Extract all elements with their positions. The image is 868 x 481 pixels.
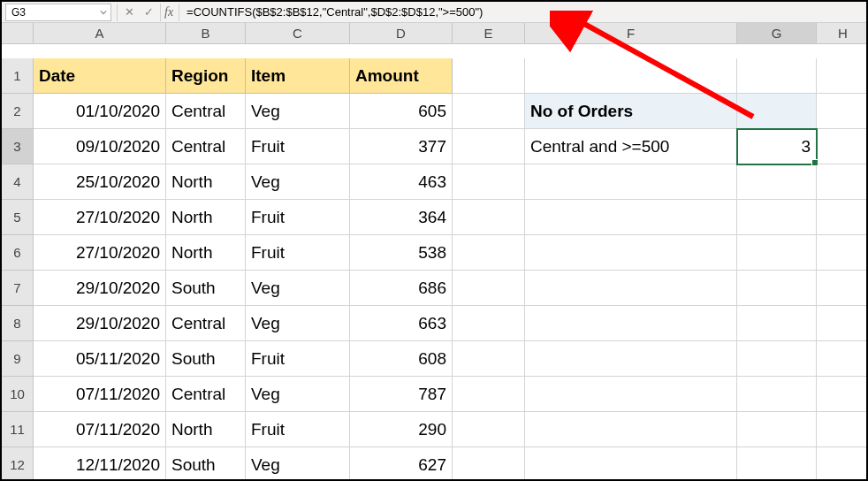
cell-E12[interactable]: [453, 447, 525, 481]
cell-D5[interactable]: 364: [350, 200, 453, 235]
cell-A12[interactable]: 12/11/2020: [34, 447, 166, 481]
cell-A8[interactable]: 29/10/2020: [34, 306, 166, 341]
cell-F8[interactable]: [525, 306, 737, 341]
cell-H10[interactable]: [817, 377, 868, 412]
row-header-5[interactable]: 5: [2, 200, 34, 235]
cell-C5[interactable]: Fruit: [246, 200, 350, 235]
cell-D12[interactable]: 627: [350, 447, 453, 481]
cell-A6[interactable]: 27/10/2020: [34, 235, 166, 271]
cell-B7[interactable]: South: [166, 271, 246, 306]
row-header-6[interactable]: 6: [2, 235, 34, 271]
cell-H7[interactable]: [817, 271, 868, 306]
cell-G5[interactable]: [737, 200, 817, 235]
cell-H4[interactable]: [817, 164, 868, 200]
column-header-E[interactable]: E: [453, 23, 525, 44]
cell-G4[interactable]: [737, 164, 817, 200]
cell-H5[interactable]: [817, 200, 868, 235]
cell-B5[interactable]: North: [166, 200, 246, 235]
cell-C12[interactable]: Veg: [246, 447, 350, 481]
cell-C3[interactable]: Fruit: [246, 129, 350, 164]
row-header-11[interactable]: 11: [2, 412, 34, 447]
cell-D10[interactable]: 787: [350, 377, 453, 412]
cell-G3[interactable]: 3: [737, 129, 817, 164]
cell-E6[interactable]: [453, 235, 525, 271]
select-all-corner[interactable]: [2, 23, 34, 44]
cell-H6[interactable]: [817, 235, 868, 271]
row-header-2[interactable]: 2: [2, 94, 34, 129]
cell-C6[interactable]: Fruit: [246, 235, 350, 271]
cell-A10[interactable]: 07/11/2020: [34, 377, 166, 412]
row-header-1[interactable]: 1: [2, 58, 34, 94]
cell-G1[interactable]: [737, 58, 817, 94]
cell-B1[interactable]: Region: [166, 58, 246, 94]
cell-D9[interactable]: 608: [350, 341, 453, 377]
column-header-F[interactable]: F: [525, 23, 737, 44]
cell-C4[interactable]: Veg: [246, 164, 350, 200]
cell-E9[interactable]: [453, 341, 525, 377]
column-header-C[interactable]: C: [246, 23, 350, 44]
cell-F5[interactable]: [525, 200, 737, 235]
cell-G2[interactable]: [737, 94, 817, 129]
cell-F6[interactable]: [525, 235, 737, 271]
cell-B2[interactable]: Central: [166, 94, 246, 129]
cell-D6[interactable]: 538: [350, 235, 453, 271]
cell-E8[interactable]: [453, 306, 525, 341]
cell-F1[interactable]: [525, 58, 737, 94]
cell-D8[interactable]: 663: [350, 306, 453, 341]
column-header-B[interactable]: B: [166, 23, 246, 44]
enter-icon[interactable]: ✓: [139, 4, 158, 21]
fx-icon[interactable]: fx: [164, 5, 173, 19]
cell-F2[interactable]: No of Orders: [525, 94, 737, 129]
row-header-8[interactable]: 8: [2, 306, 34, 341]
cell-E1[interactable]: [453, 58, 525, 94]
cell-E7[interactable]: [453, 271, 525, 306]
cell-F9[interactable]: [525, 341, 737, 377]
column-header-H[interactable]: H: [817, 23, 868, 44]
cell-E2[interactable]: [453, 94, 525, 129]
cell-G12[interactable]: [737, 447, 817, 481]
name-box[interactable]: G3: [5, 4, 111, 21]
cell-H9[interactable]: [817, 341, 868, 377]
cell-B6[interactable]: North: [166, 235, 246, 271]
cell-A7[interactable]: 29/10/2020: [34, 271, 166, 306]
cell-F11[interactable]: [525, 412, 737, 447]
cell-G11[interactable]: [737, 412, 817, 447]
row-header-7[interactable]: 7: [2, 271, 34, 306]
cell-D4[interactable]: 463: [350, 164, 453, 200]
cell-C11[interactable]: Fruit: [246, 412, 350, 447]
cell-C2[interactable]: Veg: [246, 94, 350, 129]
cell-B9[interactable]: South: [166, 341, 246, 377]
cell-C8[interactable]: Veg: [246, 306, 350, 341]
column-header-A[interactable]: A: [34, 23, 166, 44]
cell-A9[interactable]: 05/11/2020: [34, 341, 166, 377]
column-header-D[interactable]: D: [350, 23, 453, 44]
cell-B8[interactable]: Central: [166, 306, 246, 341]
cell-H1[interactable]: [817, 58, 868, 94]
cell-C7[interactable]: Veg: [246, 271, 350, 306]
cell-A2[interactable]: 01/10/2020: [34, 94, 166, 129]
cell-E4[interactable]: [453, 164, 525, 200]
cell-B10[interactable]: Central: [166, 377, 246, 412]
formula-input[interactable]: =COUNTIFS($B$2:$B$12,"Central",$D$2:$D$1…: [181, 5, 866, 19]
row-header-9[interactable]: 9: [2, 341, 34, 377]
cell-H2[interactable]: [817, 94, 868, 129]
cell-B11[interactable]: North: [166, 412, 246, 447]
cell-H11[interactable]: [817, 412, 868, 447]
cell-A11[interactable]: 07/11/2020: [34, 412, 166, 447]
cell-D2[interactable]: 605: [350, 94, 453, 129]
cell-D7[interactable]: 686: [350, 271, 453, 306]
cell-E5[interactable]: [453, 200, 525, 235]
cell-F12[interactable]: [525, 447, 737, 481]
row-header-4[interactable]: 4: [2, 164, 34, 200]
cancel-icon[interactable]: ✕: [119, 4, 139, 21]
cell-E11[interactable]: [453, 412, 525, 447]
cell-F7[interactable]: [525, 271, 737, 306]
cell-D11[interactable]: 290: [350, 412, 453, 447]
cell-B12[interactable]: South: [166, 447, 246, 481]
cell-E10[interactable]: [453, 377, 525, 412]
cell-G9[interactable]: [737, 341, 817, 377]
cell-A1[interactable]: Date: [34, 58, 166, 94]
row-header-3[interactable]: 3: [2, 129, 34, 164]
cell-A5[interactable]: 27/10/2020: [34, 200, 166, 235]
cell-C1[interactable]: Item: [246, 58, 350, 94]
